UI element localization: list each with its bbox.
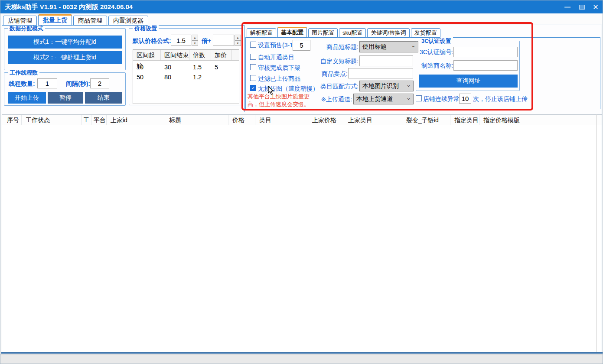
selling-point-label: 商品卖点: bbox=[300, 70, 348, 78]
presale-days-input[interactable] bbox=[293, 40, 310, 51]
upload-channel-label: ※上传通道: bbox=[304, 96, 352, 104]
start-upload-button[interactable]: 开始上传 bbox=[8, 92, 46, 104]
tab-product-management[interactable]: 商品管理 bbox=[73, 16, 107, 26]
upload-channel-select[interactable]: 本地上货通道 ⌄ bbox=[353, 94, 414, 104]
titlebar: 天梯ks助手 V1.91 - 0032 内测版 2024.06.04 — ✕ bbox=[0, 0, 603, 13]
price-formula-input[interactable] bbox=[171, 35, 191, 46]
cell: 1.5 bbox=[189, 62, 211, 72]
interval-label: 间隔(秒): bbox=[66, 80, 90, 88]
col-platform[interactable]: 平台 bbox=[91, 115, 107, 125]
tab-builtin-browser[interactable]: 内置浏览器 bbox=[108, 16, 148, 26]
col-fission-sublink-id[interactable]: 裂变_子链id bbox=[402, 115, 450, 125]
bottom-accent-line bbox=[1, 352, 603, 354]
col-supplier-price[interactable]: 上家价格 bbox=[308, 115, 344, 125]
tab-sku-config[interactable]: sku配置 bbox=[339, 28, 366, 38]
col-work[interactable]: 工 bbox=[81, 115, 91, 125]
price-range-table[interactable]: 区间起始 区间结束 倍数 加价 10 30 1.5 5 50 80 1.2 bbox=[133, 49, 239, 104]
c3-cert-no-input[interactable] bbox=[453, 47, 518, 57]
price-group-title: 价格设置 bbox=[133, 25, 159, 32]
minimize-button[interactable]: — bbox=[561, 0, 574, 13]
shop-abnormal-checkbox[interactable] bbox=[416, 95, 422, 101]
presale-checkbox[interactable] bbox=[250, 42, 256, 48]
col-supplier-id[interactable]: 上家id bbox=[107, 115, 165, 125]
custom-short-title-input[interactable] bbox=[359, 55, 413, 66]
cell: 30 bbox=[161, 62, 189, 72]
shop-abnormal-suffix: 次，停止该店铺上传 bbox=[473, 95, 528, 103]
stop-button[interactable]: 结束 bbox=[85, 92, 122, 104]
cell: 80 bbox=[161, 72, 189, 82]
chevron-down-icon: ⌄ bbox=[411, 42, 416, 49]
category-match-value: 本地图片识别 bbox=[362, 82, 399, 90]
tab-keyword-replace[interactable]: 关键词/替换词 bbox=[367, 28, 410, 38]
col-supplier-category[interactable]: 上家类目 bbox=[344, 115, 402, 125]
price-formula-spinner[interactable]: ▲ ▼ bbox=[192, 35, 198, 46]
manufacturer-input[interactable] bbox=[453, 60, 518, 71]
col-assigned-category[interactable]: 指定类目 bbox=[450, 115, 479, 125]
category-match-label: 类目匹配方式: bbox=[306, 83, 359, 91]
col-price[interactable]: 价格 bbox=[228, 115, 255, 125]
product-table-header[interactable]: 序号 工作状态 工 平台 上家id 标题 价格 类目 上家价格 上家类目 裂变_… bbox=[2, 114, 602, 125]
price-formula-label: 默认价格公式: bbox=[133, 37, 171, 45]
category-match-select[interactable]: 本地图片识别 ⌄ bbox=[359, 81, 414, 91]
filter-uploaded-checkbox[interactable] bbox=[250, 75, 256, 81]
col-assigned-price-template[interactable]: 指定价格模版 bbox=[479, 115, 602, 125]
chevron-down-icon: ⌄ bbox=[406, 94, 411, 101]
maximize-button[interactable] bbox=[575, 0, 588, 13]
bottom-strip bbox=[0, 354, 603, 364]
price-addition-input[interactable] bbox=[213, 35, 234, 46]
config-tab-page: 设置预售(3-15) 自动开通类目 审核完成后下架 过滤已上传商品 ✓ 无损传图… bbox=[245, 37, 600, 109]
offshelf-label: 审核完成后下架 bbox=[258, 64, 300, 72]
config-tab-bar: 解析配置 基本配置 图片配置 sku配置 关键词/替换词 发货配置 bbox=[247, 28, 440, 38]
thread-count-input[interactable] bbox=[37, 78, 57, 88]
product-table-body[interactable] bbox=[2, 125, 602, 352]
col-title[interactable]: 标题 bbox=[165, 115, 228, 125]
short-title-select[interactable]: 使用标题 ⌄ bbox=[359, 41, 418, 52]
spinner-up-icon[interactable]: ▲ bbox=[192, 35, 198, 40]
price-table-row[interactable]: 50 80 1.2 bbox=[133, 72, 239, 82]
pause-button[interactable]: 暂停 bbox=[48, 92, 83, 104]
price-table-row[interactable]: 10 30 1.5 5 bbox=[133, 62, 239, 72]
c3-cert-no-label: 3C认证编号: bbox=[420, 49, 453, 56]
minimize-icon: — bbox=[564, 3, 570, 10]
mode1-button[interactable]: 模式1：一键平均分配id bbox=[8, 36, 122, 49]
data-mode-group: 数据分配模式 模式1：一键平均分配id 模式2：一键处理上货id bbox=[4, 28, 126, 70]
close-button[interactable]: ✕ bbox=[589, 0, 602, 13]
col-work-status[interactable]: 工作状态 bbox=[22, 115, 81, 125]
col-multiplier: 倍数 bbox=[189, 50, 211, 60]
mode2-button[interactable]: 模式2：一键处理上货id bbox=[8, 51, 122, 64]
query-url-button[interactable]: 查询网址 bbox=[419, 75, 518, 88]
filter-uploaded-label: 过滤已上传商品 bbox=[258, 75, 300, 83]
col-category[interactable]: 类目 bbox=[255, 115, 308, 125]
tab-shop-management[interactable]: 店铺管理 bbox=[3, 16, 37, 26]
col-index[interactable]: 序号 bbox=[2, 115, 22, 125]
offshelf-checkbox[interactable] bbox=[250, 64, 256, 70]
auto-category-checkbox[interactable] bbox=[250, 54, 256, 60]
short-title-value: 使用标题 bbox=[362, 43, 387, 51]
cell: 5 bbox=[211, 62, 232, 72]
tab-basic-config[interactable]: 基本配置 bbox=[277, 27, 307, 38]
selling-point-input[interactable] bbox=[348, 68, 413, 78]
chevron-down-icon: ⌄ bbox=[406, 81, 411, 88]
tab-batch-upload[interactable]: 批量上货 bbox=[38, 14, 72, 26]
close-icon: ✕ bbox=[593, 3, 598, 11]
lossless-image-checkbox[interactable]: ✓ bbox=[250, 85, 256, 91]
spinner-down-icon[interactable]: ▼ bbox=[192, 40, 198, 46]
price-group: 价格设置 默认价格公式: ▲ ▼ 倍+ ▲ ▼ 区间起始 区间结束 倍数 加价 … bbox=[129, 28, 242, 105]
cell: 1.2 bbox=[189, 72, 211, 82]
window-title: 天梯ks助手 V1.91 - 0032 内测版 2024.06.04 bbox=[5, 0, 133, 13]
spinner-up-icon[interactable]: ▲ bbox=[235, 35, 241, 40]
spinner-down-icon[interactable]: ▼ bbox=[235, 40, 241, 46]
shop-abnormal-count-input[interactable] bbox=[459, 94, 471, 104]
tab-parse-config[interactable]: 解析配置 bbox=[247, 28, 276, 38]
main-tab-bar: 店铺管理 批量上货 商品管理 内置浏览器 bbox=[3, 16, 148, 26]
col-empty bbox=[232, 50, 239, 60]
tab-shipping-config[interactable]: 发货配置 bbox=[411, 28, 440, 38]
interval-input[interactable] bbox=[90, 78, 109, 88]
data-mode-group-title: 数据分配模式 bbox=[8, 25, 45, 32]
col-range-start: 区间起始 bbox=[133, 50, 161, 60]
tab-image-config[interactable]: 图片配置 bbox=[308, 28, 338, 38]
price-addition-spinner[interactable]: ▲ ▼ bbox=[235, 35, 241, 46]
price-table-header: 区间起始 区间结束 倍数 加价 bbox=[133, 50, 239, 61]
thread-group-title: 工作线程数 bbox=[8, 69, 39, 77]
short-title-label: 商品短标题: bbox=[311, 43, 359, 51]
